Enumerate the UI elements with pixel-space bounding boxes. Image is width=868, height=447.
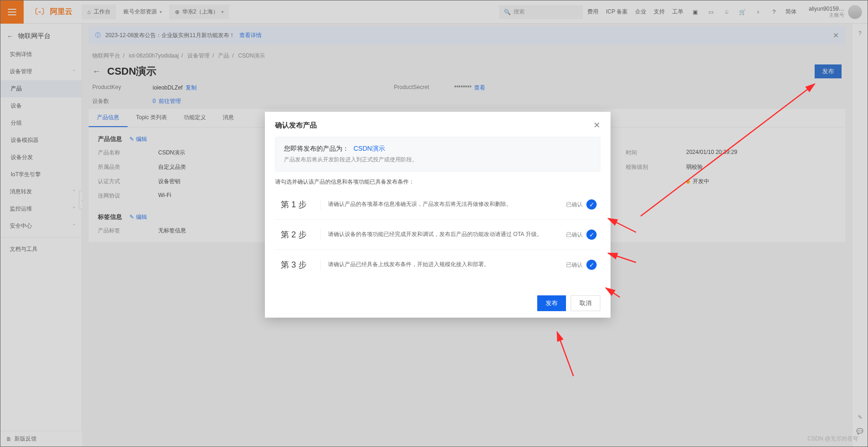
check-icon[interactable]: ✓ bbox=[586, 260, 597, 270]
step-3: 第 3 步 请确认产品已经具备上线发布条件，开始进入规模化接入和部署。 已确认 … bbox=[275, 250, 600, 280]
close-icon[interactable]: ✕ bbox=[593, 120, 600, 130]
step-desc: 请确认产品的各项基本信息准确无误，产品发布后将无法再做修改和删除。 bbox=[321, 200, 566, 209]
confirmed-label: 已确认 bbox=[566, 261, 583, 269]
step-desc: 请确认设备的各项功能已经完成开发和调试，发布后产品的功能改动请通过 OTA 升级… bbox=[321, 230, 566, 239]
check-hint: 请勾选并确认该产品的信息和各项功能已具备发布条件： bbox=[275, 178, 600, 186]
step-no: 第 1 步 bbox=[279, 199, 321, 210]
confirmed-label: 已确认 bbox=[566, 201, 583, 209]
step-2: 第 2 步 请确认设备的各项功能已经完成开发和调试，发布后产品的功能改动请通过 … bbox=[275, 220, 600, 250]
modal-publish-button[interactable]: 发布 bbox=[537, 295, 566, 311]
check-icon[interactable]: ✓ bbox=[586, 230, 597, 240]
publish-modal: 确认发布产品 ✕ 您即将发布的产品为：CSDN演示 产品发布后将从开发阶段进入到… bbox=[265, 112, 611, 318]
step-no: 第 3 步 bbox=[279, 259, 321, 270]
product-summary: 您即将发布的产品为：CSDN演示 产品发布后将从开发阶段进入到正式投产或使用阶段… bbox=[275, 137, 600, 172]
product-prefix: 您即将发布的产品为： bbox=[284, 145, 349, 152]
confirmed-label: 已确认 bbox=[566, 231, 583, 239]
watermark: CSDN @无尽的苍穹 bbox=[807, 435, 858, 443]
product-hint: 产品发布后将从开发阶段进入到正式投产或使用阶段。 bbox=[284, 156, 592, 164]
check-icon[interactable]: ✓ bbox=[586, 199, 597, 210]
step-no: 第 2 步 bbox=[279, 229, 321, 240]
modal-cancel-button[interactable]: 取消 bbox=[571, 295, 600, 311]
step-1: 第 1 步 请确认产品的各项基本信息准确无误，产品发布后将无法再做修改和删除。 … bbox=[275, 190, 600, 220]
step-desc: 请确认产品已经具备上线发布条件，开始进入规模化接入和部署。 bbox=[321, 260, 566, 269]
modal-title: 确认发布产品 bbox=[275, 121, 317, 130]
product-name: CSDN演示 bbox=[354, 145, 385, 152]
